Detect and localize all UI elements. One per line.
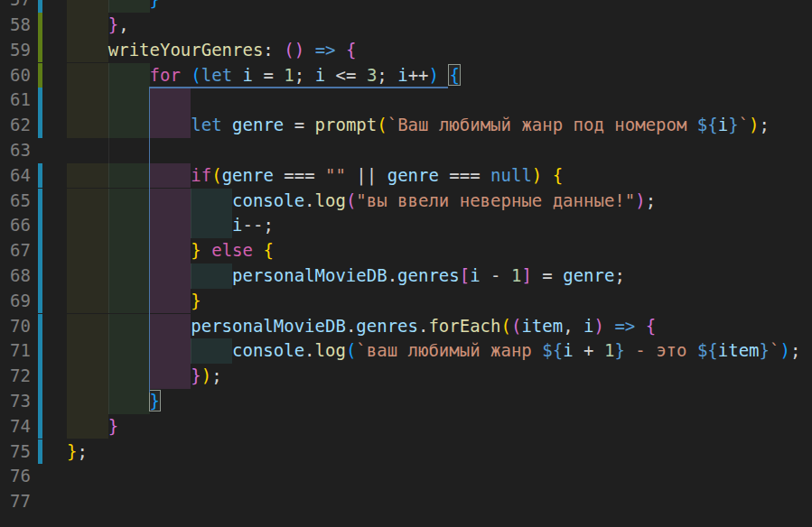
code-text: for (let i = 1; i <= 3; i++) { [67,63,460,88]
code-line[interactable]: 75}; [0,439,812,465]
code-line[interactable]: 72 }); [0,364,812,389]
matched-bracket: { [449,65,459,85]
code-text: let genre = prompt(`Ваш любимый жанр под… [67,113,770,138]
code-text: } else { [67,238,274,264]
gutter-marker-modified [38,113,42,138]
line-number: 58 [0,13,31,38]
line-number: 72 [0,364,31,389]
code-text: } [67,289,201,314]
code-line[interactable]: 77 [0,489,812,514]
code-text: i--; [67,213,274,238]
line-number: 75 [0,439,31,465]
code-line[interactable]: 59 writeYourGenres: () => { [0,38,812,63]
gutter-marker-modified [38,289,42,314]
code-line[interactable]: 62 let genre = prompt(`Ваш любимый жанр … [0,113,812,138]
gutter-marker-modified [38,439,42,465]
code-editor[interactable]: 57 }58 },59 writeYourGenres: () => {60 f… [0,0,812,527]
gutter-marker-modified [38,88,42,113]
matched-bracket: } [150,391,160,411]
code-line[interactable]: 71 console.log(`ваш любимый жанр ${i + 1… [0,338,812,364]
gutter-marker-added [38,38,42,63]
code-line[interactable]: 57 } [0,0,812,13]
gutter-marker-modified [38,189,42,214]
line-number: 73 [0,389,31,414]
line-number: 57 [0,0,31,13]
active-bracket-guide-horizontal [149,87,449,88]
line-number: 68 [0,264,31,289]
code-text: personalMovieDB.genres[i - 1] = genre; [67,264,625,289]
line-number: 65 [0,189,31,214]
code-text: personalMovieDB.genres.forEach((item, i)… [67,314,656,339]
code-text: console.log(`ваш любимый жанр ${i + 1} -… [67,338,800,364]
line-number: 66 [0,213,31,238]
gutter-marker-modified [38,238,42,264]
gutter-marker-added [38,13,42,38]
gutter-marker-modified [38,163,42,189]
line-number: 60 [0,63,31,88]
line-number: 61 [0,88,31,113]
code-line[interactable]: 63 [0,138,812,163]
gutter-marker-modified [38,364,42,389]
line-number: 76 [0,464,31,489]
line-number: 70 [0,314,31,339]
code-text: } [67,0,160,13]
line-number: 71 [0,338,31,364]
gutter-marker-modified [38,213,42,238]
code-line[interactable]: 67 } else { [0,238,812,264]
gutter-marker-modified [38,314,42,339]
code-line[interactable]: 64 if(genre === "" || genre === null) { [0,163,812,189]
line-number: 62 [0,113,31,138]
line-number: 67 [0,238,31,264]
active-bracket-guide-vertical [149,88,151,393]
gutter-marker-modified [38,338,42,364]
code-text: } [67,414,118,439]
line-number: 74 [0,414,31,439]
code-line[interactable]: 58 }, [0,13,812,38]
code-text: } [67,389,160,414]
code-line[interactable]: 60 for (let i = 1; i <= 3; i++) { [0,63,812,88]
gutter-marker-modified [38,389,42,414]
gutter-marker-modified [38,264,42,289]
code-line[interactable]: 70 personalMovieDB.genres.forEach((item,… [0,314,812,339]
code-line[interactable]: 73 } [0,389,812,414]
code-text: }); [67,364,222,389]
line-number: 77 [0,489,31,514]
code-text: }; [67,439,88,465]
gutter-marker-modified [38,414,42,439]
line-number: 69 [0,289,31,314]
code-text: console.log("вы ввели неверные данные!")… [67,189,656,214]
code-line[interactable]: 66 i--; [0,213,812,238]
line-number: 64 [0,163,31,189]
code-line[interactable]: 69 } [0,289,812,314]
line-number: 63 [0,138,31,163]
code-text [67,88,191,113]
code-line[interactable]: 76 [0,464,812,489]
code-line[interactable]: 68 personalMovieDB.genres[i - 1] = genre… [0,264,812,289]
code-text: writeYourGenres: () => { [67,38,356,63]
line-number: 59 [0,38,31,63]
code-line[interactable]: 65 console.log("вы ввели неверные данные… [0,189,812,214]
gutter-marker-modified [38,0,42,13]
gutter-marker-added [38,63,42,88]
indent-guide [108,138,109,163]
code-line[interactable]: 74 } [0,414,812,439]
code-text: }, [67,13,129,38]
code-text: if(genre === "" || genre === null) { [67,163,563,189]
code-line[interactable]: 61 [0,88,812,113]
